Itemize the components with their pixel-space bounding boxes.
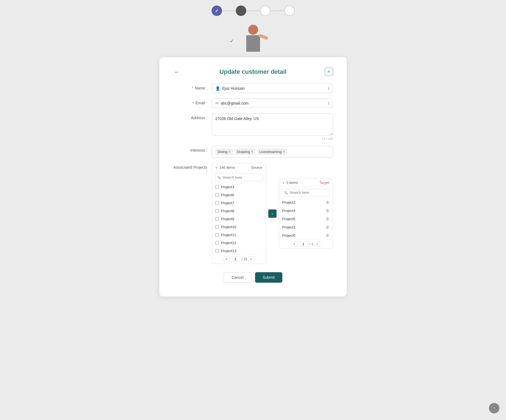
- list-item: Project4 🗑: [279, 206, 333, 215]
- target-search-input[interactable]: [282, 189, 330, 196]
- cancel-button[interactable]: Cancel: [224, 272, 252, 283]
- list-item: Project0 🗑: [279, 231, 333, 239]
- list-item: Project1 🗑: [279, 223, 333, 231]
- source-next-button[interactable]: >: [248, 257, 254, 262]
- email-row: * Email : ✉ ℹ: [173, 99, 333, 108]
- projects-field: ∨ 146 items Source Project3: [212, 163, 333, 264]
- email-input[interactable]: [221, 101, 326, 105]
- source-total-pages: 15: [243, 257, 247, 261]
- target-count: 5 items: [286, 181, 298, 185]
- name-field: 👤 ℹ: [212, 84, 333, 93]
- source-item-checkbox-project9[interactable]: [215, 217, 219, 221]
- name-required: *: [192, 86, 193, 90]
- source-item-checkbox-project7[interactable]: [215, 201, 219, 205]
- name-info-icon[interactable]: ℹ: [328, 86, 329, 91]
- target-next-button[interactable]: >: [314, 241, 320, 247]
- char-count: 24 / 100: [212, 137, 333, 140]
- list-item: Project8: [212, 207, 266, 215]
- source-panel: ∨ 146 items Source Project3: [212, 163, 266, 264]
- target-panel-header: ∨ 5 items Target: [279, 178, 333, 187]
- source-item-checkbox-project13[interactable]: [215, 249, 219, 253]
- source-item-checkbox-project11[interactable]: [215, 233, 219, 237]
- source-page-input[interactable]: [231, 257, 240, 262]
- email-info-icon[interactable]: ℹ: [328, 101, 329, 105]
- step-line-3: [270, 10, 284, 11]
- submit-button[interactable]: Submit: [255, 272, 283, 283]
- tag-livestreaming: Livestreaming ×: [257, 148, 287, 155]
- source-search-container: [215, 174, 263, 181]
- avatar-body: [246, 35, 260, 52]
- name-input[interactable]: [222, 86, 326, 91]
- interests-row: Interests : Diving × Drawing × Livestrea…: [173, 146, 333, 157]
- target-search-container: [282, 189, 330, 196]
- target-prev-button[interactable]: <: [291, 241, 297, 247]
- list-item: Project7: [212, 199, 266, 207]
- target-chevron-icon[interactable]: ∨: [282, 181, 284, 184]
- tag-drawing: Drawing ×: [235, 148, 256, 155]
- address-field: 27036 Old Gate Alley. US 24 / 100: [212, 113, 333, 140]
- source-item-checkbox-project3[interactable]: [215, 185, 219, 189]
- step-line-2: [246, 10, 260, 11]
- list-item: Project13: [212, 247, 266, 255]
- source-panel-header: ∨ 146 items Source: [212, 163, 266, 172]
- avatar-arm: [258, 34, 269, 40]
- name-row: * Name : 👤 ℹ: [173, 84, 333, 93]
- interests-label: Interests :: [173, 146, 212, 152]
- step-2: [236, 6, 246, 16]
- list-item: Project12: [212, 239, 266, 247]
- step-1: ✓: [212, 6, 222, 16]
- tag-diving: Diving ×: [215, 148, 233, 155]
- card-header: ← Update customer detail +: [173, 68, 333, 75]
- target-list: Project2 🗑 Project4 🗑 Project5 🗑 Pr: [279, 198, 333, 239]
- tags-container[interactable]: Diving × Drawing × Livestreaming ×: [212, 146, 333, 157]
- projects-label: Associated Projects :: [173, 163, 212, 174]
- avatar-head: [248, 25, 258, 35]
- source-chevron-icon[interactable]: ∨: [215, 166, 217, 169]
- remove-livestreaming-icon[interactable]: ×: [283, 150, 285, 154]
- check-icon: ✓: [230, 38, 235, 43]
- transfer-container: ∨ 146 items Source Project3: [212, 163, 333, 264]
- avatar: [246, 25, 260, 52]
- step-4: [284, 6, 295, 16]
- email-input-wrapper: ✉ ℹ: [212, 99, 333, 108]
- source-item-checkbox-project6[interactable]: [215, 193, 219, 197]
- target-total-pages: 1: [311, 242, 313, 246]
- list-item: Project6: [212, 191, 266, 199]
- back-button[interactable]: ←: [173, 68, 181, 76]
- source-search-input[interactable]: [215, 174, 263, 181]
- source-item-checkbox-project10[interactable]: [215, 225, 219, 229]
- address-input[interactable]: 27036 Old Gate Alley. US: [212, 113, 333, 135]
- delete-project4-icon[interactable]: 🗑: [326, 208, 329, 213]
- delete-project2-icon[interactable]: 🗑: [326, 200, 329, 204]
- source-prev-button[interactable]: <: [224, 257, 229, 262]
- transfer-button[interactable]: ›: [268, 209, 277, 218]
- source-search-wrapper: [212, 172, 266, 183]
- step-3: [260, 6, 270, 16]
- email-required: *: [192, 101, 194, 105]
- list-item: Project11: [212, 231, 266, 239]
- projects-row: Associated Projects : ∨ 146 items Source: [173, 163, 333, 264]
- address-row: Address : 27036 Old Gate Alley. US 24 / …: [173, 113, 333, 140]
- source-label: Source: [251, 165, 262, 170]
- delete-project1-icon[interactable]: 🗑: [326, 225, 329, 229]
- name-label: * Name :: [173, 84, 212, 90]
- scroll-top-button[interactable]: ↑: [489, 403, 499, 413]
- delete-project5-icon[interactable]: 🗑: [326, 217, 329, 221]
- list-item: Project10: [212, 223, 266, 231]
- delete-project0-icon[interactable]: 🗑: [326, 233, 329, 238]
- user-icon: 👤: [215, 86, 220, 91]
- source-item-checkbox-project8[interactable]: [215, 209, 219, 213]
- remove-diving-icon[interactable]: ×: [229, 150, 231, 154]
- main-card: ← Update customer detail + * Name : 👤 ℹ …: [159, 57, 347, 296]
- email-label: * Email :: [173, 99, 212, 105]
- remove-drawing-icon[interactable]: ×: [251, 150, 253, 154]
- target-panel: ∨ 5 items Target Project2 🗑: [279, 178, 333, 249]
- target-page-input[interactable]: [298, 241, 308, 247]
- email-icon: ✉: [215, 101, 219, 105]
- illustration: ✓: [246, 19, 260, 52]
- name-input-wrapper: 👤 ℹ: [212, 84, 333, 93]
- source-item-checkbox-project12[interactable]: [215, 241, 219, 245]
- step-line-1: [222, 10, 236, 11]
- stepper: ✓: [212, 6, 295, 16]
- add-button[interactable]: +: [325, 68, 333, 76]
